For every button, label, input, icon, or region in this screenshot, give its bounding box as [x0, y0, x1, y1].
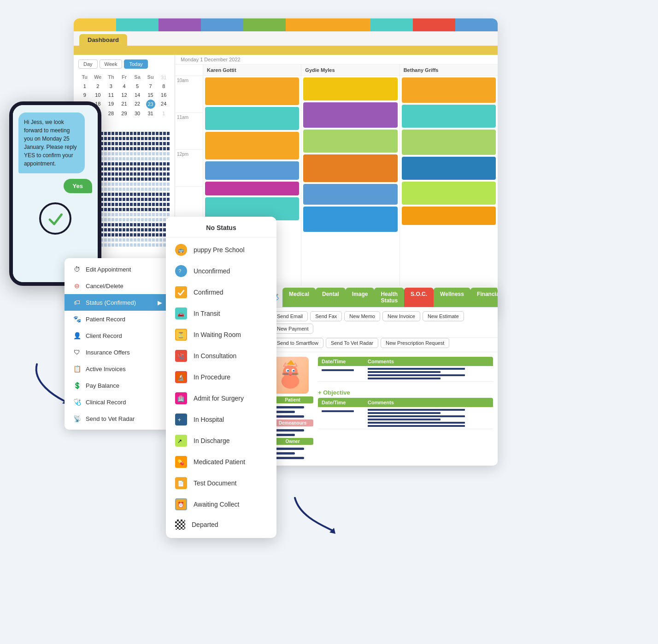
med-cell-datetime — [322, 368, 368, 379]
status-awaiting-collect[interactable]: ⏰ Awaiting Collect — [166, 494, 276, 515]
cal-event[interactable] — [402, 207, 496, 225]
ctx-status[interactable]: 🏷 Status (Confirmed) ▶ — [65, 294, 170, 311]
patient-lines — [272, 406, 313, 418]
send-fax-btn[interactable]: Send Fax — [310, 311, 342, 321]
cal-event[interactable] — [402, 130, 496, 155]
ctx-client-record[interactable]: 👤 Client Record — [65, 327, 170, 344]
status-in-hospital[interactable]: + In Hospital — [166, 409, 276, 430]
ctx-edit-appointment[interactable]: ⏱ Edit Appointment — [65, 261, 170, 278]
person-icon: 👤 — [73, 331, 81, 340]
svg-text:📄: 📄 — [177, 480, 184, 487]
shield-icon: 🛡 — [73, 348, 81, 356]
medical-arrow — [286, 489, 341, 535]
cal-event[interactable] — [402, 77, 496, 103]
cal-event[interactable] — [402, 157, 496, 180]
ctx-clinical[interactable]: 🩺 Clinical Record — [65, 394, 170, 410]
send-smartflow-btn[interactable]: Send to Smartflow — [272, 338, 323, 348]
new-memo-btn[interactable]: New Memo — [344, 311, 380, 321]
cal-event[interactable] — [303, 154, 397, 182]
med-table-1: Date/Time Comments — [318, 357, 493, 382]
status-menu-header: No Status — [166, 220, 276, 237]
status-unconfirmed[interactable]: ? Unconfirmed — [166, 260, 276, 282]
ctx-vet-radar[interactable]: 📡 Send to Vet Radar — [65, 410, 170, 427]
medical-data-right: Date/Time Comments — [318, 357, 493, 461]
status-discharge[interactable]: ↗ In Discharge — [166, 430, 276, 451]
tab-medical[interactable]: Medical — [282, 288, 316, 307]
medical-panel: 🩺 Medical Dental Image Health Status S.O… — [267, 286, 498, 466]
day-view-btn[interactable]: Day — [78, 59, 98, 69]
svg-text:?: ? — [178, 268, 181, 274]
svg-point-33 — [287, 370, 289, 372]
status-consultation[interactable]: 🩺 In Consultation — [166, 345, 276, 366]
cal-event[interactable] — [402, 182, 496, 205]
ctx-pay-balance[interactable]: 💲 Pay Balance — [65, 377, 170, 394]
owner-label: Owner — [272, 438, 313, 445]
med-table-2-header: Date/Time Comments — [318, 398, 493, 407]
medical-body: Patient Demeanours Owner D — [267, 352, 498, 466]
cal-event[interactable] — [402, 105, 496, 128]
cal-event[interactable] — [205, 77, 299, 105]
status-in-transit[interactable]: 🚗 In Transit — [166, 303, 276, 324]
today-view-btn[interactable]: Today — [124, 59, 147, 69]
status-departed[interactable]: Departed — [166, 515, 276, 534]
tab-wellness[interactable]: Wellness — [434, 288, 470, 307]
ctx-insurance[interactable]: 🛡 Insurance Offers — [65, 344, 170, 360]
svg-text:🩺: 🩺 — [177, 353, 184, 360]
status-waiting-room[interactable]: ⏳ In Waiting Room — [166, 324, 276, 345]
checkmark-icon — [39, 202, 71, 235]
ctx-cancel-delete[interactable]: ⊖ Cancel/Delete — [65, 278, 170, 294]
tab-health-status[interactable]: Health Status — [374, 288, 404, 307]
status-icon-transit: 🚗 — [175, 307, 187, 319]
status-test-document[interactable]: 📄 Test Document — [166, 473, 276, 494]
status-icon-medicated: 💊 — [175, 456, 187, 468]
new-invoice-btn[interactable]: New Invoice — [382, 311, 420, 321]
status-medicated[interactable]: 💊 Medicated Patient — [166, 451, 276, 473]
tab-dental[interactable]: Dental — [316, 288, 346, 307]
col-bethany: Bethany Griffs — [400, 65, 498, 76]
svg-text:🚗: 🚗 — [177, 310, 184, 317]
cal-event[interactable] — [205, 107, 299, 130]
cal-event[interactable] — [205, 132, 299, 160]
action-row-1: Send Email Send Fax New Memo New Invoice… — [267, 307, 498, 338]
dashboard-tab[interactable]: Dashboard — [79, 34, 127, 46]
pet-avatar — [272, 357, 309, 394]
status-admit-surgery[interactable]: 🏥 Admit for Surgery — [166, 388, 276, 409]
svg-text:⏰: ⏰ — [177, 501, 184, 508]
new-prescription-btn[interactable]: New Prescription Request — [381, 338, 449, 348]
send-vet-radar-btn[interactable]: Send To Vet Radar — [326, 338, 378, 348]
svg-rect-4 — [176, 287, 186, 297]
tab-soc[interactable]: S.O.C. — [404, 288, 434, 307]
status-icon-hospital: + — [175, 414, 187, 425]
send-email-btn[interactable]: Send Email — [272, 311, 308, 321]
cal-event[interactable] — [303, 184, 397, 205]
status-puppy-pre-school[interactable]: 🚌 puppy Pre School — [166, 239, 276, 260]
svg-text:🏥: 🏥 — [177, 395, 184, 402]
owner-lines — [272, 448, 313, 459]
action-row-2: Send to Smartflow Send To Vet Radar New … — [267, 338, 498, 352]
med-table-1-header: Date/Time Comments — [318, 357, 493, 366]
patient-column: Patient Demeanours Owner — [272, 357, 313, 461]
status-icon-testdoc: 📄 — [175, 477, 187, 489]
objective-header: + Objective — [318, 386, 493, 398]
view-buttons: Day Week Today — [78, 59, 170, 69]
cal-event[interactable] — [303, 102, 397, 128]
reply-button[interactable]: Yes — [64, 179, 92, 193]
cal-event[interactable] — [303, 207, 397, 232]
cal-event[interactable] — [303, 77, 397, 100]
status-procedure[interactable]: 🔬 In Procedure — [166, 366, 276, 388]
ctx-patient-record[interactable]: 🐾 Patient Record — [65, 311, 170, 327]
ctx-invoices[interactable]: 📋 Active Invoices — [65, 360, 170, 377]
tab-image[interactable]: Image — [346, 288, 375, 307]
list-icon: 📋 — [73, 365, 81, 373]
new-estimate-btn[interactable]: New Estimate — [423, 311, 464, 321]
status-menu: No Status 🚌 puppy Pre School ? Unconfirm… — [166, 217, 276, 538]
status-confirmed[interactable]: Confirmed — [166, 282, 276, 303]
tab-financial[interactable]: Financial — [470, 288, 498, 307]
cal-event[interactable] — [303, 130, 397, 153]
cal-event[interactable] — [205, 182, 299, 195]
cal-event[interactable] — [205, 161, 299, 180]
time-10am: 10am — [175, 76, 203, 113]
new-payment-btn[interactable]: New Payment — [272, 324, 313, 334]
week-view-btn[interactable]: Week — [100, 59, 123, 69]
patient-label: Patient — [272, 396, 313, 403]
